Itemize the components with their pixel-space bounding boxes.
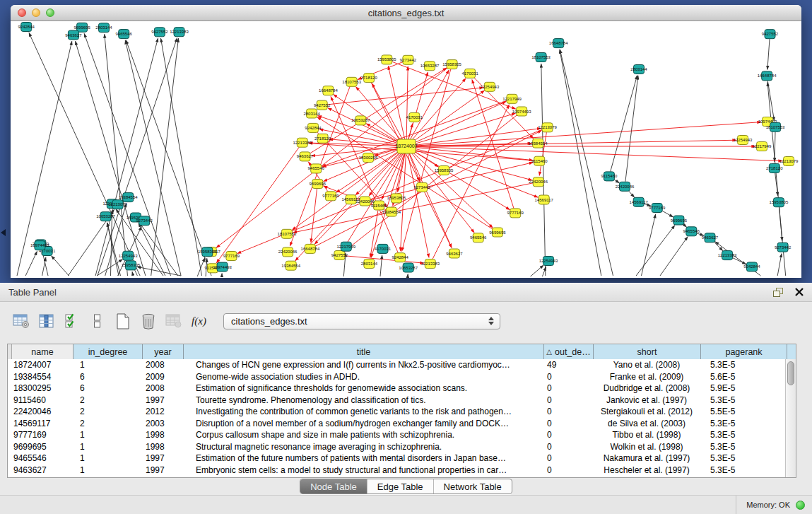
table-row[interactable]: 1830029562008Estimation of significance … [8, 382, 785, 395]
graph-edge [216, 146, 300, 263]
delete-table-button[interactable] [164, 312, 183, 330]
table-row[interactable]: 946554611997Estimation of the future num… [8, 452, 785, 465]
graph-edge [328, 108, 402, 144]
cell-year: 1998 [142, 430, 183, 440]
cell-outde: 0 [543, 372, 593, 382]
graph-node-label: 22420046 [529, 180, 548, 184]
column-header-short[interactable]: short [594, 344, 701, 359]
graph-node-label: 9777169 [649, 206, 666, 210]
graph-edge [560, 49, 601, 276]
table-row[interactable]: 946362711997Embryonic stem cells: a mode… [8, 465, 785, 477]
table-row[interactable]: 911546021997Tourette syndrome. Phenomeno… [8, 395, 785, 407]
tab-edge-table[interactable]: Edge Table [367, 479, 434, 493]
minimize-window-button[interactable] [32, 8, 40, 17]
tab-node-table[interactable]: Node Table [300, 479, 367, 493]
close-window-button[interactable] [18, 8, 26, 17]
graph-node-label: 12254943 [539, 259, 558, 263]
graph-edge [25, 251, 37, 276]
column-header-outde[interactable]: △out_de… [544, 344, 594, 359]
graph-edge [541, 64, 546, 276]
sort-ascending-icon: △ [546, 348, 552, 356]
graph-node-label: 2803144 [630, 67, 647, 71]
cell-pagerank: 5.5E-5 [700, 407, 785, 416]
graph-node-label: 9777169 [507, 211, 524, 215]
graph-node-label: 9465546 [470, 235, 487, 240]
panel-collapse-arrow-icon[interactable] [1, 229, 6, 236]
graph-node-label: 9273442 [775, 245, 792, 250]
cell-year: 2008 [142, 360, 183, 370]
memory-status-dot[interactable] [796, 501, 805, 510]
zoom-window-button[interactable] [46, 8, 54, 17]
column-header-year[interactable]: year [143, 344, 184, 359]
graph-node-label: 9777169 [322, 194, 339, 198]
table-scrollbar[interactable] [785, 359, 796, 477]
graph-edge [661, 211, 673, 218]
delete-column-button[interactable] [139, 312, 158, 330]
table-row[interactable]: 1872400712008Changes of HCN gene express… [8, 359, 785, 371]
graph-node-label: 14569117 [341, 197, 360, 201]
graph-node-label: 12217949 [336, 245, 355, 249]
table-row[interactable]: 1456911722003Disruption of a novel membe… [8, 418, 785, 430]
scrollbar-thumb[interactable] [787, 361, 794, 385]
window-titlebar[interactable]: citations_edges.txt [11, 5, 801, 21]
table-row[interactable]: 2242004622012Investigating the contribut… [8, 406, 785, 418]
tab-network-table[interactable]: Network Table [434, 479, 512, 493]
cell-short: de Silva et al. (2003) [593, 419, 700, 428]
cell-indegree: 2 [73, 407, 142, 416]
window-title: citations_edges.txt [368, 8, 445, 18]
graph-edge [344, 256, 424, 264]
graph-node-label: 15958305 [122, 263, 141, 267]
cell-title: Changes of HCN gene expression and I(f) … [183, 360, 543, 370]
cell-year: 2012 [142, 407, 183, 416]
cell-indegree: 2 [73, 419, 142, 428]
citation-graph[interactable]: 1938455491154602242004614569117977716996… [11, 21, 801, 278]
graph-node-label: 9427552 [762, 32, 779, 36]
cell-short: Jankovic et al. (1997) [593, 395, 700, 405]
close-panel-icon[interactable] [795, 288, 804, 296]
cell-pagerank: 5.3E-5 [700, 360, 785, 370]
graph-edge [126, 40, 211, 276]
show-columns-button[interactable] [37, 312, 56, 330]
column-header-name[interactable]: name [12, 344, 73, 359]
graph-node-label: 19384554 [382, 210, 401, 214]
graph-node-label: 9242844 [18, 25, 35, 29]
graph-edge [777, 254, 782, 276]
table-select-dropdown[interactable]: citations_edges.txt [223, 313, 500, 329]
graph-edge [371, 82, 452, 247]
cell-name: 18724007 [11, 360, 73, 370]
float-panel-icon[interactable] [773, 288, 784, 297]
graph-node-label: 12213383 [718, 253, 737, 257]
graph-node-label: 19384554 [281, 264, 300, 268]
table-row[interactable]: 977716911998Corpus callosum shape and si… [8, 429, 785, 441]
cell-outde: 49 [543, 360, 593, 370]
graph-node-label: 16648784 [549, 41, 568, 45]
column-header-title[interactable]: title [184, 344, 544, 359]
network-window: citations_edges.txt 19384554911546022420… [11, 5, 801, 278]
column-header-pagerank[interactable]: pagerank [701, 344, 787, 359]
cell-year: 1997 [142, 453, 183, 463]
graph-node-label: 12213383 [293, 141, 312, 145]
cell-short: Yano et al. (2008) [593, 360, 700, 370]
graph-edge [327, 88, 483, 105]
table-row[interactable]: 969969511998Structural magnetic resonanc… [8, 441, 785, 453]
graph-edge [531, 265, 544, 276]
graph-edge [411, 146, 782, 160]
table-row[interactable]: 1938455462009Genome-wide association stu… [8, 371, 785, 383]
select-all-button[interactable] [62, 312, 81, 330]
table-mode-button[interactable] [11, 312, 30, 330]
graph-edge [139, 223, 178, 276]
deselect-all-button[interactable] [88, 312, 107, 330]
graph-node-label: 4170031 [375, 247, 392, 251]
graph-node-label: 10974493 [213, 265, 232, 269]
function-builder-button[interactable]: f(x) [189, 312, 208, 330]
table-tabbar: Node Table Edge Table Network Table [0, 478, 812, 495]
network-canvas[interactable]: 1938455491154602242004614569117977716996… [11, 21, 801, 278]
cell-pagerank: 5.9E-5 [700, 383, 785, 393]
graph-node-label: 9465546 [683, 229, 700, 233]
new-column-button[interactable] [113, 312, 132, 330]
cell-title: Estimation of significance thresholds fo… [183, 383, 543, 393]
graph-node-label: 19384554 [119, 195, 138, 199]
graph-node-label: 9242844 [392, 255, 408, 259]
graph-node-label: 15958305 [442, 62, 461, 66]
column-header-indegree[interactable]: in_degree [73, 344, 143, 359]
